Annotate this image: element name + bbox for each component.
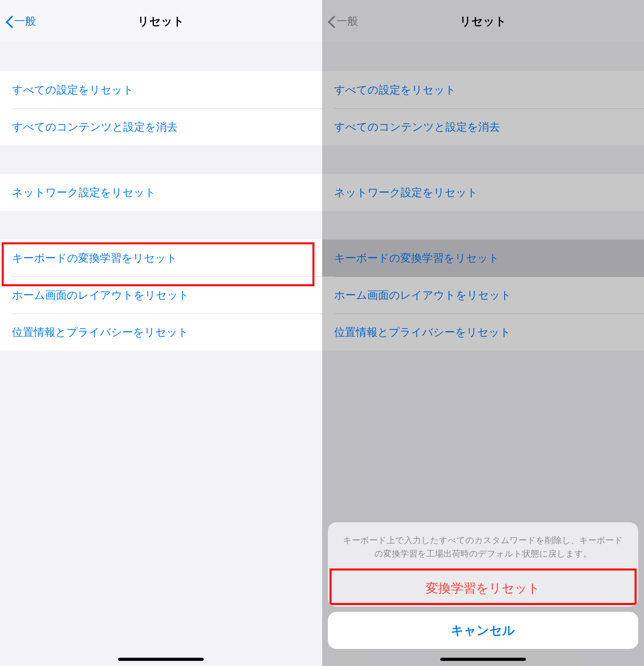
settings-reset-screen-right: 一般 リセット すべての設定をリセット すべてのコンテンツと設定を消去 ネットワ… [322, 0, 644, 666]
group-spacer [0, 211, 322, 240]
chevron-left-icon [327, 15, 335, 28]
group-spacer [0, 145, 322, 174]
reset-all-settings[interactable]: すべての設定をリセット [322, 71, 644, 108]
reset-location-privacy[interactable]: 位置情報とプライバシーをリセット [0, 314, 322, 351]
page-title: リセット [460, 13, 507, 29]
settings-group-2: ネットワーク設定をリセット [0, 174, 322, 211]
cancel-label: キャンセル [451, 622, 515, 639]
navbar: 一般 リセット [0, 0, 322, 43]
settings-reset-screen-left: 一般 リセット すべての設定をリセット すべてのコンテンツと設定を消去 ネットワ… [0, 0, 322, 666]
settings-group-3: キーボードの変換学習をリセット ホーム画面のレイアウトをリセット 位置情報とプラ… [0, 240, 322, 351]
row-label: ホーム画面のレイアウトをリセット [334, 288, 511, 302]
group-spacer [0, 43, 322, 71]
group-spacer [322, 43, 644, 71]
group-spacer [322, 211, 644, 240]
row-label: 位置情報とプライバシーをリセット [12, 325, 189, 339]
navbar: 一般 リセット [322, 0, 644, 43]
reset-keyboard-dictionary[interactable]: キーボードの変換学習をリセット [0, 240, 322, 277]
row-label: すべてのコンテンツと設定を消去 [334, 120, 500, 134]
cancel-button[interactable]: キャンセル [328, 612, 639, 649]
action-sheet: キーボード上で入力したすべてのカスタムワードを削除し、キーボードの変換学習を工場… [328, 522, 639, 649]
home-indicator [440, 658, 526, 661]
settings-group-3: キーボードの変換学習をリセット ホーム画面のレイアウトをリセット 位置情報とプラ… [322, 240, 644, 351]
row-label: キーボードの変換学習をリセット [334, 251, 499, 265]
row-label: すべての設定をリセット [334, 83, 456, 97]
reset-keyboard-dictionary[interactable]: キーボードの変換学習をリセット [322, 240, 644, 277]
row-label: ホーム画面のレイアウトをリセット [12, 288, 189, 302]
reset-home-layout[interactable]: ホーム画面のレイアウトをリセット [322, 277, 644, 314]
action-sheet-main: キーボード上で入力したすべてのカスタムワードを削除し、キーボードの変換学習を工場… [328, 522, 639, 607]
row-label: キーボードの変換学習をリセット [12, 251, 177, 265]
row-label: ネットワーク設定をリセット [334, 185, 478, 200]
reset-home-layout[interactable]: ホーム画面のレイアウトをリセット [0, 277, 322, 314]
reset-location-privacy[interactable]: 位置情報とプライバシーをリセット [322, 314, 644, 351]
group-spacer [322, 145, 644, 174]
row-label: すべてのコンテンツと設定を消去 [12, 120, 178, 134]
row-label: すべての設定をリセット [12, 83, 134, 97]
row-label: 位置情報とプライバシーをリセット [334, 325, 511, 339]
action-label: 変換学習をリセット [426, 580, 540, 597]
reset-all-settings[interactable]: すべての設定をリセット [0, 71, 322, 108]
erase-all-content[interactable]: すべてのコンテンツと設定を消去 [0, 108, 322, 145]
reset-network[interactable]: ネットワーク設定をリセット [0, 174, 322, 211]
reset-network[interactable]: ネットワーク設定をリセット [322, 174, 644, 211]
home-indicator [118, 658, 204, 661]
page-title: リセット [137, 13, 184, 29]
settings-group-2: ネットワーク設定をリセット [322, 174, 644, 211]
back-button[interactable]: 一般 [327, 0, 358, 42]
confirm-reset-keyboard-button[interactable]: 変換学習をリセット [328, 569, 639, 607]
erase-all-content[interactable]: すべてのコンテンツと設定を消去 [322, 108, 644, 145]
action-sheet-message: キーボード上で入力したすべてのカスタムワードを削除し、キーボードの変換学習を工場… [328, 522, 639, 569]
row-label: ネットワーク設定をリセット [12, 185, 156, 200]
chevron-left-icon [5, 15, 13, 28]
settings-group-1: すべての設定をリセット すべてのコンテンツと設定を消去 [0, 71, 322, 145]
settings-group-1: すべての設定をリセット すべてのコンテンツと設定を消去 [322, 71, 644, 145]
back-button[interactable]: 一般 [5, 0, 36, 42]
